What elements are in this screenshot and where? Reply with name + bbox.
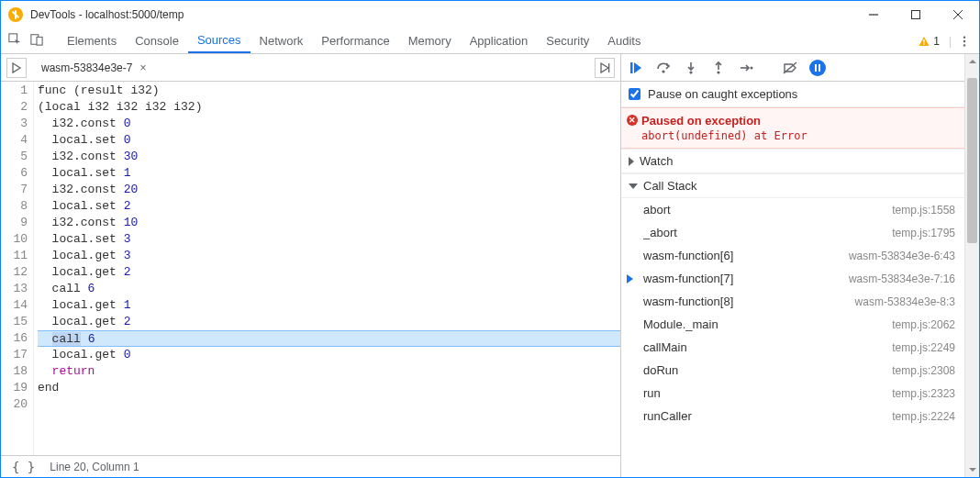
code-line[interactable]: local.get 2: [38, 314, 620, 330]
callstack-label: Call Stack: [643, 179, 697, 193]
frame-location: temp.js:2323: [892, 387, 955, 400]
frame-function: wasm-function[6]: [643, 249, 849, 262]
tab-application[interactable]: Application: [461, 28, 538, 53]
tab-performance[interactable]: Performance: [312, 28, 398, 53]
callstack-pane-header[interactable]: Call Stack: [621, 173, 964, 198]
code-line[interactable]: end: [38, 380, 620, 396]
code-line[interactable]: i32.const 30: [38, 149, 620, 165]
frame-location: wasm-53834e3e-8:3: [855, 295, 955, 308]
tab-elements[interactable]: Elements: [58, 28, 126, 53]
code-line[interactable]: i32.const 0: [38, 116, 620, 132]
paused-message: abort(undefined) at Error: [641, 129, 955, 142]
code-line[interactable]: call 6: [38, 281, 620, 297]
code-line[interactable]: local.get 2: [38, 264, 620, 281]
collapse-icon: [629, 183, 638, 189]
frame-function: Module._main: [643, 317, 892, 331]
code-line[interactable]: local.set 2: [38, 198, 620, 215]
callstack-frame[interactable]: wasm-function[8]wasm-53834e3e-8:3: [621, 290, 964, 313]
callstack-frame[interactable]: wasm-function[7]wasm-53834e3e-7:16: [621, 267, 964, 290]
window-minimize-button[interactable]: [852, 1, 895, 28]
frame-location: wasm-53834e3e-7:16: [849, 272, 955, 285]
code-line[interactable]: local.set 3: [38, 231, 620, 248]
code-line[interactable]: call 6: [38, 330, 620, 347]
source-file-tabbar: wasm-53834e3e-7 ×: [1, 54, 620, 82]
tab-sources[interactable]: Sources: [188, 28, 251, 53]
window-title: DevTools - localhost:5000/temp: [30, 8, 184, 21]
callstack-frame[interactable]: doRuntemp.js:2308: [621, 359, 964, 382]
window-maximize-button[interactable]: [895, 1, 937, 28]
pause-on-exceptions-button[interactable]: [807, 57, 829, 79]
svg-rect-3: [912, 11, 920, 19]
pretty-print-icon[interactable]: { }: [12, 460, 35, 474]
code-line[interactable]: i32.const 10: [38, 215, 620, 231]
window-titlebar: DevTools - localhost:5000/temp: [1, 1, 979, 28]
frame-function: callMain: [643, 340, 892, 354]
step-button[interactable]: [735, 57, 757, 79]
source-file-name: wasm-53834e3e-7: [41, 61, 132, 74]
code-line[interactable]: (local i32 i32 i32 i32): [38, 99, 620, 116]
deactivate-breakpoints-button[interactable]: [779, 57, 801, 79]
code-line[interactable]: func (result i32): [38, 83, 620, 99]
right-panel-scrollbar[interactable]: [964, 54, 979, 477]
callstack-frame[interactable]: _aborttemp.js:1795: [621, 221, 964, 244]
frame-function: runCaller: [643, 409, 892, 423]
tab-security[interactable]: Security: [537, 28, 598, 53]
code-line[interactable]: local.set 1: [38, 165, 620, 182]
pause-on-caught-label: Pause on caught exceptions: [648, 87, 797, 101]
tab-memory[interactable]: Memory: [399, 28, 461, 53]
code-line[interactable]: local.set 0: [38, 132, 620, 149]
code-line[interactable]: [38, 396, 620, 413]
source-file-tab[interactable]: wasm-53834e3e-7 ×: [36, 61, 151, 74]
callstack-frame[interactable]: runtemp.js:2323: [621, 382, 964, 405]
scrollbar-thumb[interactable]: [967, 78, 977, 243]
code-line[interactable]: local.get 0: [38, 347, 620, 363]
frame-function: wasm-function[7]: [643, 272, 849, 285]
watch-label: Watch: [640, 154, 673, 168]
frame-function: wasm-function[8]: [643, 295, 855, 308]
svg-point-9: [963, 36, 965, 38]
resume-button[interactable]: [625, 57, 647, 79]
close-file-icon[interactable]: ×: [139, 61, 146, 74]
code-line[interactable]: local.get 3: [38, 248, 620, 264]
callstack-frame[interactable]: callMaintemp.js:2249: [621, 336, 964, 359]
debugger-toolbar: [621, 54, 964, 82]
frame-location: temp.js:2249: [892, 341, 955, 354]
devtools-tabs: ElementsConsoleSourcesNetworkPerformance…: [1, 28, 979, 54]
code-area[interactable]: func (result i32)(local i32 i32 i32 i32)…: [34, 82, 620, 455]
more-tabs-icon[interactable]: [595, 58, 615, 78]
step-out-button[interactable]: [707, 57, 729, 79]
code-line[interactable]: local.get 1: [38, 297, 620, 314]
callstack-frame[interactable]: aborttemp.js:1558: [621, 198, 964, 221]
warnings-badge[interactable]: 1: [919, 35, 940, 48]
tab-console[interactable]: Console: [126, 28, 188, 53]
line-gutter: 1234567891011121314151617181920: [1, 82, 34, 455]
watch-pane-header[interactable]: Watch: [621, 149, 964, 173]
device-toolbar-icon[interactable]: [30, 33, 43, 49]
pause-on-caught-checkbox-row[interactable]: Pause on caught exceptions: [621, 82, 964, 107]
tab-network[interactable]: Network: [251, 28, 313, 53]
frame-function: doRun: [643, 363, 892, 377]
svg-point-11: [963, 44, 965, 46]
devtools-menu-icon[interactable]: [957, 35, 972, 48]
frame-location: temp.js:2062: [892, 318, 955, 331]
show-navigator-icon[interactable]: [6, 58, 27, 78]
svg-rect-6: [37, 37, 42, 45]
pause-on-caught-checkbox[interactable]: [629, 88, 640, 100]
tab-audits[interactable]: Audits: [598, 28, 650, 53]
inspect-element-icon[interactable]: [8, 33, 21, 49]
callstack-frame[interactable]: runCallertemp.js:2224: [621, 405, 964, 428]
window-close-button[interactable]: [937, 1, 979, 28]
devtools-app-icon: [8, 7, 23, 22]
frame-location: wasm-53834e3e-6:43: [849, 250, 955, 262]
svg-rect-13: [630, 62, 633, 73]
code-line[interactable]: i32.const 20: [38, 182, 620, 198]
callstack-frame[interactable]: Module._maintemp.js:2062: [621, 313, 964, 336]
code-editor[interactable]: 1234567891011121314151617181920 func (re…: [1, 82, 620, 455]
step-over-button[interactable]: [652, 57, 674, 79]
callstack-frame[interactable]: wasm-function[6]wasm-53834e3e-6:43: [621, 244, 964, 267]
frame-function: run: [643, 386, 892, 400]
frame-location: temp.js:2224: [892, 410, 955, 423]
code-line[interactable]: return: [38, 363, 620, 380]
callstack-list[interactable]: aborttemp.js:1558_aborttemp.js:1795wasm-…: [621, 198, 964, 477]
step-into-button[interactable]: [680, 57, 702, 79]
